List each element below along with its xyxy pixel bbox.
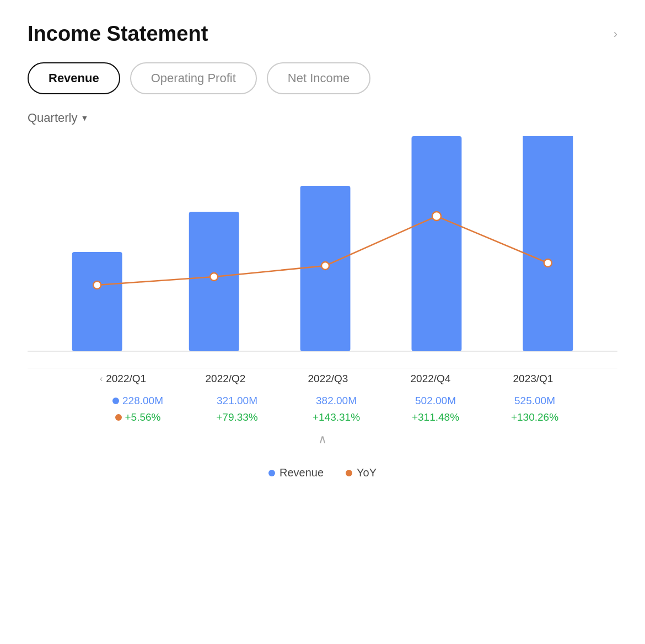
yoy-dot-q1 [93,281,101,289]
legend-revenue-label: Revenue [280,466,324,479]
yoy-dot-q4-peak [432,212,441,221]
revenue-value-q3: 382.00M [287,395,386,407]
legend-revenue: Revenue [268,466,324,479]
navigate-right-icon[interactable]: › [614,27,617,41]
bar-2023q1 [523,136,573,351]
data-col-q2-2022: 321.00M +79.33% [187,395,287,423]
x-label-q1-2023: 2023/Q1 [482,373,584,385]
revenue-dot [112,398,119,404]
x-label-q2-2022: 2022/Q2 [174,373,277,385]
metric-tabs: Revenue Operating Profit Net Income [28,62,617,94]
data-values-table: 228.00M +5.56% 321.00M +79.33% 382.00M +… [28,385,617,423]
legend-yoy-label: YoY [357,466,377,479]
revenue-value-q4: 502.00M [386,395,485,407]
legend-yoy-dot [346,470,352,476]
bar-2022q2 [189,212,239,351]
period-label: Quarterly [28,111,77,125]
revenue-value-q1: 228.00M [88,395,187,407]
data-col-q1-2023: 525.00M +130.26% [485,395,584,423]
chart-divider [28,368,617,368]
yoy-value-q3: +143.31% [287,411,386,423]
page-title: Income Statement [28,22,208,46]
legend-yoy: YoY [346,466,377,479]
scroll-left-icon[interactable]: ‹ [100,374,103,384]
period-selector[interactable]: Quarterly ▼ [28,111,617,125]
chart-legend: Revenue YoY [28,466,617,479]
period-dropdown-arrow: ▼ [80,114,88,122]
data-col-q1-2022: 228.00M +5.56% [88,395,187,423]
x-label-q1-2022: ‹ 2022/Q1 [72,373,174,385]
yoy-dot-q5 [544,259,552,267]
data-col-q3-2022: 382.00M +143.31% [287,395,386,423]
yoy-dot-q3 [321,262,329,270]
data-col-q4-2022: 502.00M +311.48% [386,395,485,423]
yoy-dot-q2 [210,273,218,281]
x-label-q3-2022: 2022/Q3 [277,373,379,385]
collapse-data-button[interactable]: ∧ [28,432,617,447]
bar-2022q4 [412,136,462,351]
bar-chart [28,136,617,368]
revenue-value-q1-2023: 525.00M [485,395,584,407]
yoy-value-q1: +5.56% [88,411,187,423]
x-label-q4-2022: 2022/Q4 [379,373,482,385]
legend-revenue-dot [268,470,275,476]
yoy-dot [115,414,122,421]
yoy-value-q4: +311.48% [386,411,485,423]
tab-operating-profit[interactable]: Operating Profit [130,62,257,94]
tab-net-income[interactable]: Net Income [267,62,371,94]
bar-2022q1 [72,252,122,351]
tab-revenue[interactable]: Revenue [28,62,120,94]
yoy-value-q1-2023: +130.26% [485,411,584,423]
revenue-value-q2: 321.00M [187,395,287,407]
yoy-value-q2: +79.33% [187,411,287,423]
x-axis: ‹ 2022/Q1 2022/Q2 2022/Q3 2022/Q4 2023/Q… [28,373,617,385]
